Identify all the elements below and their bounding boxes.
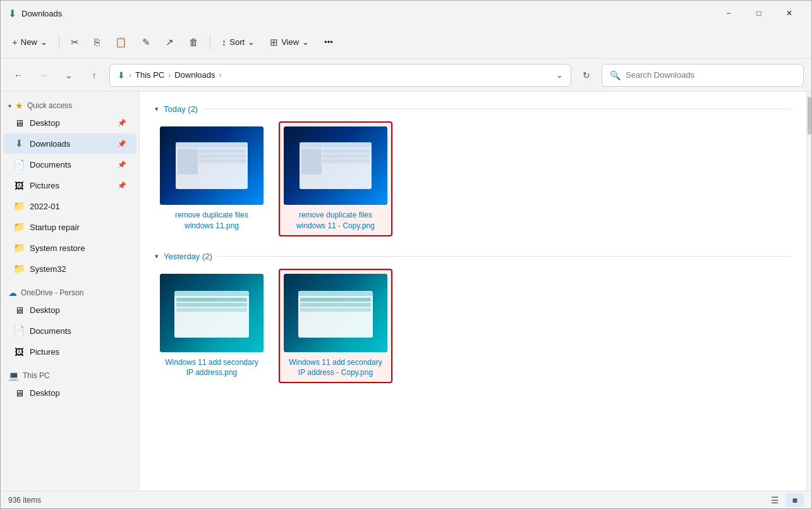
thumb-inner-1 (171, 137, 253, 194)
thumb-row-3b (176, 303, 247, 307)
thumb-row-3a (176, 298, 247, 302)
pc-desktop-icon: 🖥 (13, 388, 25, 398)
icons-view-button[interactable]: ■ (786, 493, 804, 507)
file-thumb-3 (160, 274, 264, 352)
thumb-row-1c (199, 159, 246, 163)
vertical-scrollbar[interactable] (806, 92, 811, 491)
file-thumb-4 (284, 274, 387, 352)
file-item-2[interactable]: remove duplicate files windows 11 - Copy… (279, 121, 392, 236)
thumb-row-2c (323, 159, 370, 163)
minimize-button[interactable]: − (714, 3, 743, 23)
yesterday-line (217, 256, 791, 257)
new-plus-icon: + (12, 37, 18, 47)
sidebar-item-od-documents[interactable]: 📄 Documents (3, 321, 136, 341)
sidebar: ▾ ★ Quick access 🖥 Desktop 📌 ⬇ Downloads… (1, 92, 140, 491)
thumb-inner-2 (294, 137, 377, 194)
sidebar-label-documents-qa: Documents (30, 160, 112, 169)
this-pc-header[interactable]: 💻 This PC (1, 367, 139, 382)
file-thumb-1 (160, 126, 264, 205)
thumb-row-2a (323, 149, 370, 153)
today-label: Today (2) (164, 104, 198, 114)
yesterday-chevron[interactable]: ▾ (155, 252, 159, 261)
view-button[interactable]: ⊞ View ⌄ (264, 31, 315, 54)
search-bar[interactable]: 🔍 (602, 64, 804, 87)
cut-icon: ✂ (71, 37, 79, 48)
sidebar-item-documents-qa[interactable]: 📄 Documents 📌 (3, 154, 136, 175)
yesterday-files-grid: Windows 11 add secondary IP address.png (155, 269, 791, 384)
copy-icon: ⎘ (94, 37, 100, 47)
sidebar-item-pictures-qa[interactable]: 🖼 Pictures 📌 (3, 175, 136, 195)
thumb-header-3 (174, 291, 249, 296)
desktop-icon: 🖥 (13, 118, 25, 128)
star-icon: ★ (15, 101, 23, 111)
cut-button[interactable]: ✂ (64, 31, 85, 54)
thumb-row-1b (199, 154, 246, 158)
sidebar-item-system-restore[interactable]: 📁 System restore (3, 238, 136, 258)
file-item-1[interactable]: remove duplicate files windows 11.png (155, 121, 269, 236)
address-this-pc[interactable]: This PC (135, 70, 164, 80)
thumb-header-2 (300, 142, 372, 147)
new-label: New (21, 37, 37, 47)
sidebar-item-desktop-qa[interactable]: 🖥 Desktop 📌 (3, 113, 136, 133)
file-area: ▾ Today (2) (140, 92, 806, 491)
file-name-3: Windows 11 add secondary IP address.png (161, 357, 262, 379)
sidebar-item-2022[interactable]: 📁 2022-01 (3, 196, 136, 216)
sidebar-item-downloads-qa[interactable]: ⬇ Downloads 📌 (3, 133, 136, 154)
sidebar-item-od-pictures[interactable]: 🖼 Pictures (3, 341, 136, 362)
address-sep-2: › (168, 71, 171, 80)
thumb-body-inner-4 (300, 298, 371, 313)
up-button[interactable]: ↑ (84, 65, 104, 85)
view-toggles: ☰ ■ (766, 493, 804, 507)
onedrive-header[interactable]: ☁ OneDrive - Person (1, 284, 139, 299)
icons-view-icon: ■ (792, 495, 797, 505)
more-button[interactable]: ••• (318, 31, 339, 54)
sidebar-item-pc-desktop[interactable]: 🖥 Desktop (3, 383, 136, 403)
file-item-3[interactable]: Windows 11 add secondary IP address.png (155, 269, 269, 384)
delete-button[interactable]: 🗑 (183, 31, 205, 54)
search-icon: 🔍 (610, 70, 621, 80)
quick-access-header[interactable]: ▾ ★ Quick access (1, 97, 139, 112)
sidebar-label-pictures-qa: Pictures (30, 181, 112, 190)
share-button[interactable]: ↗ (159, 31, 180, 54)
refresh-button[interactable]: ↻ (576, 65, 597, 85)
sidebar-label-system-restore: System restore (30, 243, 126, 253)
this-pc-label: This PC (23, 371, 50, 380)
file-name-1: remove duplicate files windows 11.png (161, 210, 262, 231)
sort-label: Sort (229, 37, 245, 47)
sidebar-item-system32[interactable]: 📁 System32 (3, 259, 136, 279)
folder-startup-icon: 📁 (13, 221, 25, 233)
pin-icon-downloads: 📌 (118, 140, 126, 148)
address-dropdown-icon[interactable]: ⌄ (556, 70, 563, 80)
rename-button[interactable]: ✎ (136, 31, 157, 54)
address-bar[interactable]: ⬇ › This PC › Downloads › ⌄ (109, 64, 571, 87)
address-sep-3: › (219, 71, 222, 80)
quick-access-label: Quick access (27, 101, 72, 110)
today-chevron[interactable]: ▾ (155, 105, 159, 113)
address-downloads-icon: ⬇ (118, 70, 125, 80)
copy-button[interactable]: ⎘ (88, 31, 106, 54)
maximize-button[interactable]: □ (744, 3, 773, 23)
title-bar-title: Downloads (21, 9, 62, 18)
forward-button[interactable]: → (33, 65, 54, 85)
sidebar-item-startup[interactable]: 📁 Startup repair (3, 217, 136, 237)
sidebar-item-od-desktop[interactable]: 🖥 Desktop (3, 300, 136, 320)
scrollbar-thumb[interactable] (808, 97, 811, 135)
sort-button[interactable]: ↕ Sort ⌄ (215, 31, 261, 54)
thumb-row-4b (300, 303, 371, 307)
address-downloads[interactable]: Downloads (174, 70, 215, 80)
pin-icon-documents: 📌 (118, 161, 126, 169)
thumb-header-1 (176, 142, 248, 147)
close-button[interactable]: ✕ (775, 3, 804, 23)
thumb-row-4a (300, 298, 371, 302)
toolbar: + New ⌄ ✂ ⎘ 📋 ✎ ↗ 🗑 ↕ Sort ⌄ ⊞ View ⌄ ••… (1, 26, 811, 59)
search-input[interactable] (626, 70, 796, 80)
sidebar-label-od-documents: Documents (30, 326, 126, 336)
recent-button[interactable]: ⌄ (59, 65, 79, 85)
details-view-button[interactable]: ☰ (766, 493, 784, 507)
new-button[interactable]: + New ⌄ (6, 31, 54, 54)
paste-button[interactable]: 📋 (109, 31, 133, 54)
file-item-4[interactable]: Windows 11 add secondary IP address - Co… (279, 269, 392, 384)
address-sep-1: › (129, 71, 131, 80)
back-button[interactable]: ← (8, 65, 28, 85)
yesterday-label: Yesterday (2) (164, 252, 212, 261)
